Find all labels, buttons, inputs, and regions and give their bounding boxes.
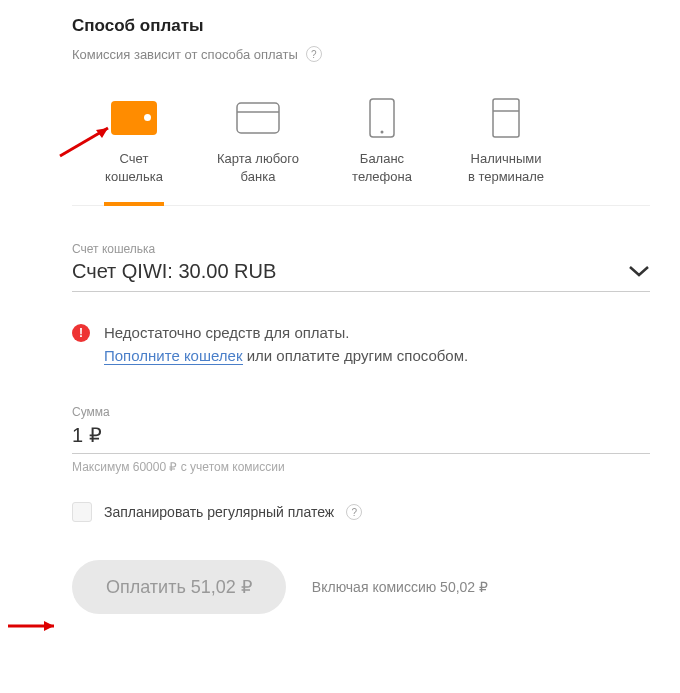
svg-marker-9	[44, 621, 54, 631]
commission-subtitle: Комиссия зависит от способа оплаты	[72, 47, 298, 62]
method-phone[interactable]: Баланстелефона	[320, 84, 444, 205]
page-title: Способ оплаты	[72, 16, 650, 36]
footer-row: Оплатить 51,02 ₽ Включая комиссию 50,02 …	[72, 560, 650, 614]
insufficient-funds-alert: ! Недостаточно средств для оплаты. Попол…	[72, 322, 650, 367]
account-section: Счет кошелька Счет QIWI: 30.00 RUB	[72, 242, 650, 292]
amount-label: Сумма	[72, 405, 650, 419]
help-icon[interactable]: ?	[346, 504, 362, 520]
topup-link[interactable]: Пополните кошелек	[104, 347, 243, 365]
help-icon[interactable]: ?	[306, 46, 322, 62]
subtitle-row: Комиссия зависит от способа оплаты ?	[72, 46, 650, 62]
svg-point-3	[381, 131, 384, 134]
phone-icon	[324, 94, 440, 142]
method-label: Карта любогобанка	[200, 150, 316, 185]
svg-rect-4	[493, 99, 519, 137]
recurring-row: Запланировать регулярный платеж ?	[72, 502, 650, 522]
payment-methods: Счеткошелька Карта любогобанка Баланстел…	[72, 84, 650, 206]
svg-rect-0	[237, 103, 279, 133]
amount-section: Сумма 1 ₽ Максимум 60000 ₽ с учетом коми…	[72, 405, 650, 474]
annotation-arrow	[56, 120, 120, 160]
pay-button[interactable]: Оплатить 51,02 ₽	[72, 560, 286, 614]
method-label: Наличнымив терминале	[448, 150, 564, 185]
amount-hint: Максимум 60000 ₽ с учетом комиссии	[72, 460, 650, 474]
recurring-checkbox[interactable]	[72, 502, 92, 522]
chevron-down-icon	[628, 260, 650, 283]
alert-text: Недостаточно средств для оплаты. Пополни…	[104, 322, 468, 367]
method-label: Баланстелефона	[324, 150, 440, 185]
account-label: Счет кошелька	[72, 242, 650, 256]
annotation-arrow	[6, 618, 66, 634]
account-value: Счет QIWI: 30.00 RUB	[72, 260, 276, 283]
method-terminal[interactable]: Наличнымив терминале	[444, 84, 568, 205]
method-card[interactable]: Карта любогобанка	[196, 84, 320, 205]
account-select[interactable]: Счет QIWI: 30.00 RUB	[72, 260, 650, 292]
card-icon	[200, 94, 316, 142]
terminal-icon	[448, 94, 564, 142]
fee-text: Включая комиссию 50,02 ₽	[312, 579, 488, 595]
alert-icon: !	[72, 324, 90, 342]
amount-input[interactable]: 1 ₽	[72, 423, 650, 454]
recurring-label: Запланировать регулярный платеж	[104, 504, 334, 520]
